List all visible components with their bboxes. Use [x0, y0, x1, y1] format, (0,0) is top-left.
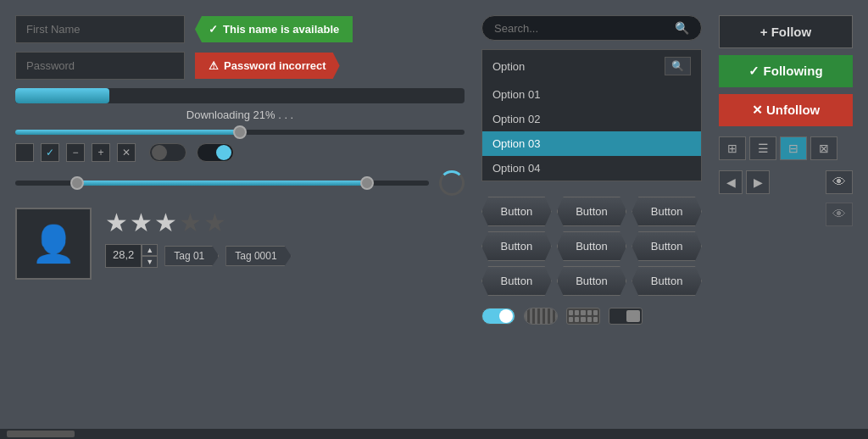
- dropdown-header: Option 🔍: [482, 50, 701, 82]
- number-tag-row: 28,2 ▲ ▼ Tag 01 Tag 0001: [105, 244, 292, 268]
- eye-visible-btn[interactable]: 👁: [826, 170, 853, 194]
- buttons-grid: Button Button Button Button Button Butto…: [481, 197, 702, 296]
- dropdown-option-2[interactable]: Option 02: [482, 107, 701, 131]
- star-3[interactable]: ★: [154, 208, 177, 237]
- checkbox-checked[interactable]: ✓: [41, 143, 59, 162]
- password-input[interactable]: [15, 52, 185, 80]
- following-button[interactable]: ✓ Following: [719, 55, 853, 87]
- button-2-3[interactable]: Button: [632, 231, 702, 261]
- star-1[interactable]: ★: [105, 208, 128, 237]
- toggle-rect[interactable]: [609, 308, 643, 325]
- dropdown-option-3[interactable]: Option 03: [482, 131, 701, 156]
- button-3-3[interactable]: Button: [632, 266, 702, 296]
- button-3-2[interactable]: Button: [557, 266, 627, 296]
- close-btn[interactable]: ✕: [117, 143, 136, 162]
- controls-row: ✓ − + ✕: [15, 143, 136, 162]
- right-column: + Follow ✓ Following ✕ Unfollow ⊞ ☰ ⊟ ⊠ …: [719, 15, 853, 407]
- slider-1[interactable]: [15, 130, 465, 135]
- checkbox-empty[interactable]: [15, 143, 34, 162]
- dropdown: Option 🔍 Option 01 Option 02 Option 03 O…: [481, 49, 702, 181]
- available-badge: ✓ This name is available: [195, 16, 353, 42]
- bottom-scrollbar: [0, 429, 868, 439]
- nav-buttons-row: ◀ ▶: [719, 170, 770, 194]
- button-2-2[interactable]: Button: [557, 231, 627, 261]
- toggle-row: [149, 143, 234, 162]
- search-icon: 🔍: [675, 21, 689, 35]
- scrollbar-thumb[interactable]: [7, 431, 75, 437]
- person-icon: 👤: [31, 226, 75, 262]
- eye-hidden-btn[interactable]: 👁: [826, 203, 853, 226]
- eye-buttons-row: 👁: [826, 170, 853, 194]
- minus-btn[interactable]: −: [66, 143, 85, 162]
- star-2[interactable]: ★: [130, 208, 153, 237]
- next-btn[interactable]: ▶: [746, 170, 770, 194]
- first-name-row: ✓ This name is available: [15, 15, 465, 43]
- right-of-avatar: ★ ★ ★ ★ ★ 28,2 ▲ ▼ Tag 01 Tag 0001: [105, 208, 292, 268]
- arrow-up[interactable]: ▲: [142, 244, 158, 256]
- slider-row-1: [15, 130, 465, 135]
- search-input[interactable]: [494, 22, 668, 35]
- button-1-1[interactable]: Button: [481, 197, 552, 226]
- toggle-blue-on[interactable]: [481, 308, 515, 325]
- follow-button[interactable]: + Follow: [719, 15, 853, 48]
- number-display: 28,2: [105, 244, 142, 268]
- dropdown-option-1[interactable]: Option 01: [482, 82, 701, 107]
- toggle-grid[interactable]: [566, 308, 600, 325]
- view-icons-row: ⊞ ☰ ⊟ ⊠: [719, 136, 853, 160]
- progress-fill: [15, 88, 109, 103]
- password-row: ⚠ Password incorrect: [15, 52, 465, 80]
- button-1-2[interactable]: Button: [557, 197, 627, 226]
- list-view-btn[interactable]: ☰: [749, 136, 776, 160]
- star-5[interactable]: ★: [203, 208, 226, 237]
- number-input-group: 28,2 ▲ ▼: [105, 244, 158, 268]
- left-column: ✓ This name is available ⚠ Password inco…: [15, 15, 465, 407]
- search-box: 🔍: [481, 15, 702, 41]
- button-1-3[interactable]: Button: [632, 197, 702, 226]
- middle-column: 🔍 Option 🔍 Option 01 Option 02 Option 03…: [481, 15, 702, 407]
- button-2-1[interactable]: Button: [481, 231, 552, 261]
- loader-spinner: [439, 170, 465, 196]
- toggle-on[interactable]: [197, 143, 234, 162]
- dropdown-search-btn[interactable]: 🔍: [665, 57, 691, 75]
- eye-buttons-row-2: 👁: [826, 203, 853, 226]
- slider-2[interactable]: [15, 181, 429, 186]
- available-text: This name is available: [223, 23, 339, 36]
- star-4[interactable]: ★: [179, 208, 202, 237]
- avatar: 👤: [15, 208, 92, 280]
- progress-label: Downloading 21% . . .: [15, 108, 465, 121]
- table-view-btn[interactable]: ⊟: [780, 136, 807, 160]
- incorrect-badge: ⚠ Password incorrect: [195, 53, 340, 79]
- progress-section: Downloading 21% . . .: [15, 88, 465, 121]
- progress-bar: [15, 88, 465, 103]
- plus-btn[interactable]: +: [92, 143, 110, 162]
- button-3-1[interactable]: Button: [481, 266, 552, 296]
- dropdown-option-4[interactable]: Option 04: [482, 156, 701, 181]
- column-view-btn[interactable]: ⊠: [810, 136, 837, 160]
- incorrect-text: Password incorrect: [224, 59, 326, 72]
- stars-row: ★ ★ ★ ★ ★: [105, 208, 292, 237]
- first-name-input[interactable]: [15, 15, 185, 43]
- arrow-down[interactable]: ▼: [142, 256, 158, 268]
- grid-view-btn[interactable]: ⊞: [719, 136, 746, 160]
- warning-icon: ⚠: [209, 59, 219, 72]
- bottom-row: 👤 ★ ★ ★ ★ ★ 28,2 ▲ ▼: [15, 208, 465, 280]
- tag-1[interactable]: Tag 01: [164, 246, 219, 266]
- prev-btn[interactable]: ◀: [719, 170, 743, 194]
- tag-2[interactable]: Tag 0001: [225, 246, 291, 266]
- number-arrows: ▲ ▼: [142, 244, 158, 268]
- check-icon: ✓: [209, 23, 218, 36]
- toggle-off[interactable]: [149, 143, 186, 162]
- dropdown-label: Option: [492, 60, 525, 73]
- mid-toggles-row: [481, 308, 702, 325]
- unfollow-button[interactable]: ✕ Unfollow: [719, 94, 853, 126]
- slider-row-2: [15, 170, 465, 196]
- toggle-striped[interactable]: [524, 308, 558, 325]
